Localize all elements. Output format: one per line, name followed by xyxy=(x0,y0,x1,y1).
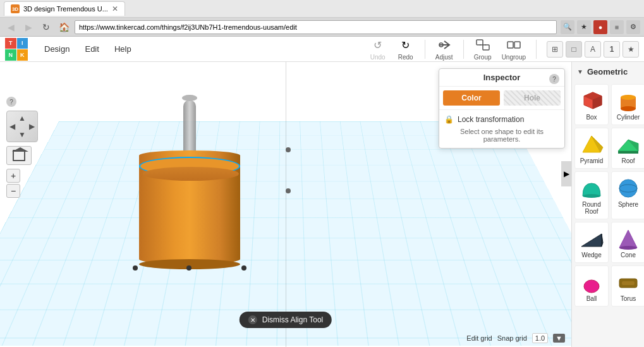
selection-dot-2 xyxy=(186,265,191,271)
svg-marker-19 xyxy=(581,234,602,247)
snap-grid-value: 1.0 xyxy=(532,333,548,343)
lock-label: Lock transformation xyxy=(458,115,524,124)
snap-grid-label: Snap grid xyxy=(497,334,527,342)
help-dot[interactable]: ? xyxy=(6,97,16,107)
ball-label: Ball xyxy=(586,295,597,302)
shape-item-cylinder[interactable]: Cylinder xyxy=(611,84,644,125)
toolbar-divider-1 xyxy=(425,40,425,59)
redo-icon: ↻ xyxy=(397,37,415,52)
wire-view-icon[interactable]: A xyxy=(585,41,601,58)
status-bar: Edit grid Snap grid 1.0 ▼ xyxy=(466,333,565,343)
shape-item-box[interactable]: Box xyxy=(574,84,609,125)
box-label: Box xyxy=(586,114,597,121)
group-button[interactable]: Group xyxy=(474,37,492,61)
zoom-in-button[interactable]: + xyxy=(6,169,20,183)
cylinder-label: Cylinder xyxy=(617,114,640,121)
home-view-button[interactable] xyxy=(6,146,32,165)
adjust-icon xyxy=(435,37,453,52)
app-container: T I N K Design Edit Help ↺ Undo ↻ Redo xyxy=(0,37,644,347)
shape-item-cone[interactable]: Cone xyxy=(611,222,644,263)
shape-item-torus[interactable]: Torus xyxy=(611,265,644,307)
back-button[interactable]: ◀ xyxy=(4,20,18,34)
ungroup-label: Ungroup xyxy=(502,54,526,61)
group-label: Group xyxy=(474,54,492,61)
svg-rect-3 xyxy=(507,42,513,48)
zoom-controls: + − xyxy=(6,169,38,198)
redo-button[interactable]: ↻ Redo xyxy=(397,37,415,61)
nav-down-arrow[interactable]: ▼ xyxy=(18,130,26,139)
logo-n: N xyxy=(5,49,16,61)
crosshair-vertical xyxy=(286,62,286,347)
roof-label: Roof xyxy=(621,157,635,164)
sphere-label: Sphere xyxy=(618,201,638,208)
count-view-icon[interactable]: 1 xyxy=(604,41,620,58)
svg-rect-15 xyxy=(618,151,638,154)
svg-rect-25 xyxy=(622,281,635,285)
cone-visual xyxy=(614,226,642,252)
logo-k: K xyxy=(17,49,28,61)
forward-button[interactable]: ▶ xyxy=(21,20,35,34)
nav-right-arrow[interactable]: ▶ xyxy=(29,122,35,131)
cylinder-object[interactable] xyxy=(139,138,240,264)
zoom-out-button[interactable]: − xyxy=(6,184,20,198)
toolbar-divider-2 xyxy=(463,40,464,59)
round-roof-label: Round Roof xyxy=(578,201,605,215)
shape-item-ball[interactable]: Ball xyxy=(574,265,609,307)
home-nav-button[interactable]: 🏠 xyxy=(57,20,71,34)
edit-grid-link[interactable]: Edit grid xyxy=(466,334,492,342)
color-tab[interactable]: Color xyxy=(443,90,500,106)
nav-up-arrow[interactable]: ▲ xyxy=(18,114,26,123)
canvas-area[interactable]: ? ▲ ▼ ◀ ▶ + − I xyxy=(0,62,571,347)
ungroup-button[interactable]: Ungroup xyxy=(502,37,526,61)
toolbar-divider-3 xyxy=(536,40,537,59)
reload-button[interactable]: ↻ xyxy=(39,20,53,34)
menu-items: Design Edit Help xyxy=(38,42,138,56)
undo-button[interactable]: ↺ Undo xyxy=(369,37,387,61)
home-view-icon xyxy=(13,150,25,161)
grid-view-icon[interactable]: ⊞ xyxy=(547,41,563,58)
svg-rect-2 xyxy=(483,45,489,50)
hole-tab[interactable]: Hole xyxy=(504,90,561,106)
tinkercad-logo[interactable]: T I N K xyxy=(5,38,28,61)
shape-item-roof[interactable]: Roof xyxy=(611,128,644,169)
extension-star-icon[interactable]: ★ xyxy=(577,20,591,34)
undo-icon: ↺ xyxy=(369,37,387,52)
inspector-help-button[interactable]: ? xyxy=(549,74,559,84)
menu-edit[interactable]: Edit xyxy=(78,42,105,56)
tab-favicon: 3D xyxy=(11,4,20,13)
browser-extension-icons: 🔍 ★ ● ≡ ⚙ xyxy=(561,20,640,34)
sidebar-collapse-arrow[interactable]: ▼ xyxy=(577,68,583,75)
star-view-icon[interactable]: ★ xyxy=(623,41,639,58)
menu-design[interactable]: Design xyxy=(38,42,76,56)
scroll-right-arrow[interactable]: ▶ xyxy=(561,161,571,186)
dismiss-align-button[interactable]: ✕ xyxy=(248,315,257,324)
menu-help[interactable]: Help xyxy=(108,42,138,56)
wedge-visual xyxy=(578,226,605,252)
nav-left-arrow[interactable]: ◀ xyxy=(9,122,15,131)
extension-gear-icon[interactable]: ⚙ xyxy=(626,20,640,34)
inspector-tabs: Color Hole ? xyxy=(439,87,564,110)
tab-close-button[interactable]: ✕ xyxy=(112,4,118,13)
browser-tab[interactable]: 3D 3D design Tremendous U... ✕ xyxy=(4,1,125,16)
nav-cube[interactable]: ▲ ▼ ◀ ▶ xyxy=(6,111,38,142)
shape-item-pyramid[interactable]: Pyramid xyxy=(574,128,609,169)
svg-marker-20 xyxy=(602,234,603,247)
adjust-button[interactable]: Adjust xyxy=(435,37,453,61)
svg-point-22 xyxy=(619,246,637,250)
selection-dot-3 xyxy=(241,265,246,271)
box-view-icon[interactable]: □ xyxy=(566,41,582,58)
pyramid-label: Pyramid xyxy=(580,157,604,164)
svg-point-9 xyxy=(621,95,636,100)
extension-search-icon[interactable]: 🔍 xyxy=(561,20,574,34)
selection-dot-4 xyxy=(286,147,291,152)
shape-item-sphere[interactable]: Sphere xyxy=(611,171,644,219)
svg-marker-21 xyxy=(619,230,637,248)
shape-item-round-roof[interactable]: Round Roof xyxy=(574,171,609,219)
url-bar[interactable] xyxy=(75,20,557,34)
shape-item-wedge[interactable]: Wedge xyxy=(574,222,609,263)
extension-addon-icon[interactable]: ● xyxy=(593,20,607,34)
extension-menu-icon[interactable]: ≡ xyxy=(610,20,624,34)
inspector-body: 🔒 Lock transformation Select one shape t… xyxy=(439,110,564,148)
svg-point-16 xyxy=(583,194,600,198)
snap-grid-dropdown[interactable]: ▼ xyxy=(553,334,565,343)
